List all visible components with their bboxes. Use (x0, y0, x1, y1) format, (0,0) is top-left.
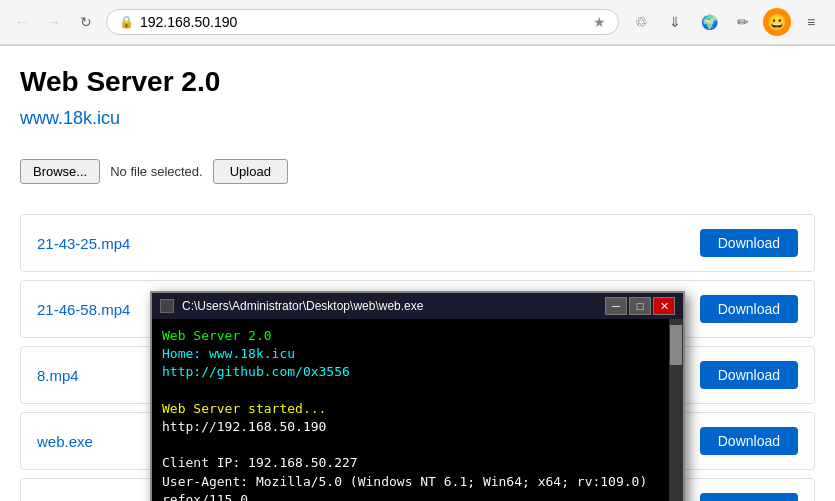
file-name-link[interactable]: 21-46-58.mp4 (37, 301, 130, 318)
upload-button[interactable]: Upload (213, 159, 288, 184)
addons-icon-btn[interactable]: 🌍 (695, 8, 723, 36)
page-content: Web Server 2.0 www.18k.icu Browse... No … (0, 46, 835, 501)
cmd-maximize-button[interactable]: □ (629, 297, 651, 315)
back-button[interactable]: ← (10, 10, 34, 34)
download-button[interactable]: Download (700, 427, 798, 455)
cmd-close-button[interactable]: ✕ (653, 297, 675, 315)
download-button[interactable]: Download (700, 295, 798, 323)
page-subtitle: www.18k.icu (20, 108, 815, 129)
cmd-line: Web Server 2.0 (162, 327, 673, 345)
profile-avatar[interactable]: 😀 (763, 8, 791, 36)
cmd-minimize-button[interactable]: ─ (605, 297, 627, 315)
security-icon: 🔒 (119, 15, 134, 29)
file-row: 21-43-25.mp4 Download (20, 214, 815, 272)
cmd-app-icon (160, 299, 174, 313)
cmd-line: http://192.168.50.190 (162, 418, 673, 436)
cmd-titlebar: C:\Users\Administrator\Desktop\web\web.e… (152, 293, 683, 319)
forward-button[interactable]: → (42, 10, 66, 34)
cmd-line: refox/115.0 (162, 491, 673, 501)
browser-toolbar: ← → ↻ 🔒 ★ ♲ ⇓ 🌍 ✏ 😀 ≡ (0, 0, 835, 45)
cmd-line: Web Server started... (162, 400, 673, 418)
cmd-window: C:\Users\Administrator\Desktop\web\web.e… (150, 291, 685, 501)
cmd-controls: ─ □ ✕ (605, 297, 675, 315)
cmd-scrollbar[interactable] (669, 319, 683, 501)
download-button[interactable]: Download (700, 493, 798, 501)
file-name-link[interactable]: 8.mp4 (37, 367, 79, 384)
upload-section: Browse... No file selected. Upload (20, 149, 815, 194)
cmd-title-left: C:\Users\Administrator\Desktop\web\web.e… (160, 299, 423, 313)
pocket-icon-btn[interactable]: ♲ (627, 8, 655, 36)
download-button[interactable]: Download (700, 361, 798, 389)
cmd-line (162, 382, 673, 400)
address-bar-container: 🔒 ★ (106, 9, 619, 35)
cmd-line: User-Agent: Mozilla/5.0 (Windows NT 6.1;… (162, 473, 673, 491)
download-icon-btn[interactable]: ⇓ (661, 8, 689, 36)
page-title: Web Server 2.0 (20, 66, 815, 98)
cmd-line: http://github.com/0x3556 (162, 363, 673, 381)
screenshot-icon-btn[interactable]: ✏ (729, 8, 757, 36)
subtitle-link[interactable]: www.18k.icu (20, 108, 120, 128)
file-name-link[interactable]: 21-43-25.mp4 (37, 235, 130, 252)
browser-chrome: ← → ↻ 🔒 ★ ♲ ⇓ 🌍 ✏ 😀 ≡ (0, 0, 835, 46)
file-selected-label: No file selected. (110, 164, 203, 179)
cmd-line: Home: www.18k.icu (162, 345, 673, 363)
file-name-link[interactable]: web.exe (37, 433, 93, 450)
address-input[interactable] (140, 14, 587, 30)
cmd-line (162, 436, 673, 454)
browser-icons: ♲ ⇓ 🌍 ✏ 😀 ≡ (627, 8, 825, 36)
refresh-button[interactable]: ↻ (74, 10, 98, 34)
cmd-body: Web Server 2.0 Home: www.18k.icu http://… (152, 319, 683, 501)
browse-button[interactable]: Browse... (20, 159, 100, 184)
menu-icon-btn[interactable]: ≡ (797, 8, 825, 36)
cmd-line: Client IP: 192.168.50.227 (162, 454, 673, 472)
cmd-scrollbar-thumb[interactable] (670, 325, 682, 365)
download-button[interactable]: Download (700, 229, 798, 257)
cmd-title-text: C:\Users\Administrator\Desktop\web\web.e… (182, 299, 423, 313)
bookmark-icon[interactable]: ★ (593, 14, 606, 30)
